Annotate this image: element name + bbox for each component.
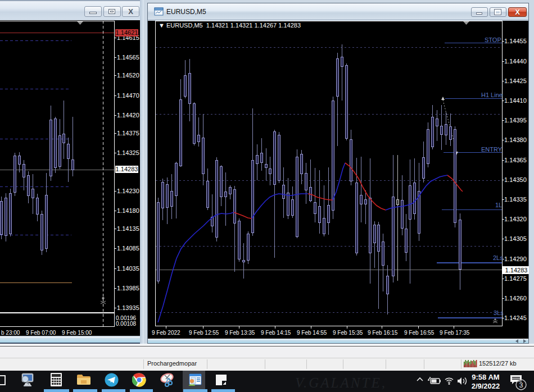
svg-text:3: 3 — [519, 381, 523, 389]
